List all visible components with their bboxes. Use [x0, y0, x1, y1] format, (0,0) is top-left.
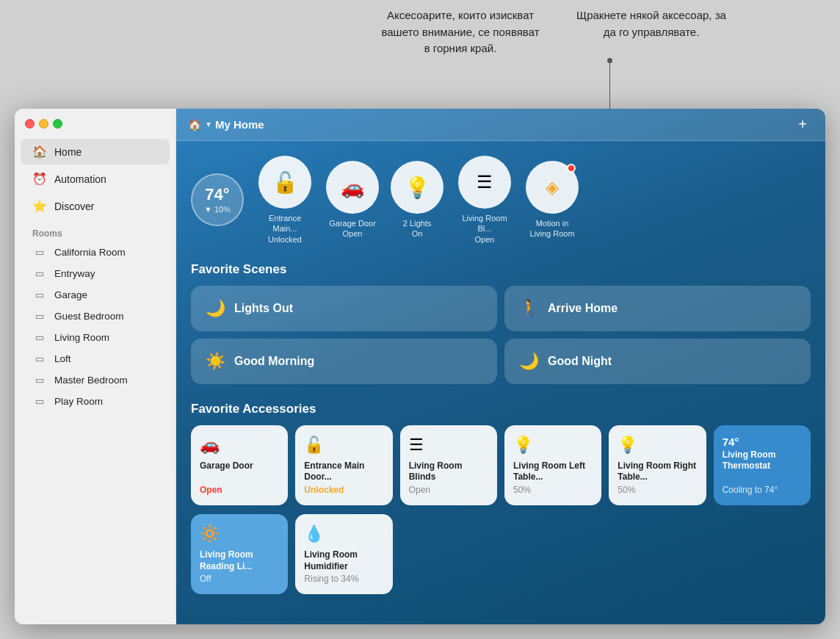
arrive-home-icon: 🚶 [519, 299, 539, 318]
left-lamp-icon: 💡 [513, 436, 593, 455]
humidifier-status: Rising to 34% [304, 574, 383, 584]
status-label-blinds: Living Room Bl...Open [455, 213, 514, 245]
room-label: Garage [54, 289, 87, 300]
sidebar-discover-label: Discover [54, 201, 94, 212]
scene-good-night-label: Good Night [548, 355, 612, 368]
accessory-right-table-lamp[interactable]: 💡 Living Room Right Table... 50% [609, 425, 706, 505]
close-button[interactable] [25, 119, 35, 129]
right-lamp-name: Living Room Right Table... [618, 461, 697, 483]
content-scroll: 74° ▼ 10% 🔓 Entrance Main...Unlocked 🚗 [176, 141, 825, 624]
scene-good-night[interactable]: 🌙 Good Night [504, 339, 811, 384]
room-icon: ▭ [32, 311, 47, 322]
sidebar-room-loft[interactable]: ▭ Loft [21, 349, 170, 369]
sidebar-item-home[interactable]: 🏠 Home [21, 139, 170, 165]
room-icon: ▭ [32, 396, 47, 407]
annotation-right: Щракнете някой аксесоар, за да го управл… [571, 7, 732, 40]
accessory-thermostat[interactable]: 74° Living Room Thermostat Cooling to 74… [714, 425, 811, 505]
status-entrance[interactable]: 🔓 Entrance Main...Unlocked [256, 156, 314, 245]
accessories-section-title: Favorite Accessories [191, 402, 811, 416]
accessory-reading-light[interactable]: 🔆 Living Room Reading Li... Off [191, 514, 288, 594]
scenes-section-title: Favorite Scenes [191, 262, 811, 277]
sidebar-room-garage[interactable]: ▭ Garage [21, 285, 170, 305]
right-lamp-status: 50% [618, 485, 697, 495]
status-circle-blinds: ☰ [458, 156, 511, 209]
content-header: 🏠 ▾ My Home + [176, 109, 825, 141]
sidebar-home-label: Home [54, 146, 82, 158]
accessory-blinds[interactable]: ☰ Living Room Blinds Open [400, 425, 497, 505]
sidebar-room-play-room[interactable]: ▭ Play Room [21, 391, 170, 411]
right-lamp-icon: 💡 [618, 436, 697, 455]
sidebar-room-guest-bedroom[interactable]: ▭ Guest Bedroom [21, 306, 170, 326]
add-button[interactable]: + [792, 116, 814, 133]
scene-arrive-home[interactable]: 🚶 Arrive Home [504, 286, 811, 331]
room-icon: ▭ [32, 289, 47, 300]
status-circle-lights: 💡 [391, 161, 443, 214]
status-blinds[interactable]: ☰ Living Room Bl...Open [455, 156, 514, 245]
garage-door-status: Open [200, 485, 279, 495]
accessory-garage-door[interactable]: 🚗 Garage Door Open [191, 425, 288, 505]
sidebar-item-discover[interactable]: ⭐ Discover [21, 193, 170, 219]
accessory-entrance[interactable]: 🔓 Entrance Main Door... Unlocked [295, 425, 392, 505]
content-header-title: 🏠 ▾ My Home [188, 118, 264, 131]
status-label-entrance: Entrance Main...Unlocked [256, 213, 314, 245]
reading-light-icon: 🔆 [200, 524, 279, 544]
room-label: Master Bedroom [54, 375, 128, 386]
annotation-left: Аксесоарите, които изискват вашето внима… [380, 7, 541, 57]
scene-good-morning-label: Good Morning [234, 355, 314, 368]
page-title: My Home [215, 118, 264, 131]
macos-window: 🏠 Home ⏰ Automation ⭐ Discover Rooms ▭ C… [15, 109, 825, 624]
room-icon: ▭ [32, 247, 47, 258]
entrance-name: Entrance Main Door... [304, 461, 383, 483]
blinds-icon: ☰ [409, 436, 488, 455]
status-motion[interactable]: ◈ Motion inLiving Room [526, 161, 579, 239]
room-label: Loft [54, 353, 71, 364]
home-icon: 🏠 [32, 145, 47, 159]
sidebar-item-automation[interactable]: ⏰ Automation [21, 166, 170, 192]
blinds-status: Open [409, 485, 488, 495]
temperature-badge[interactable]: 74° ▼ 10% [191, 173, 244, 226]
home-breadcrumb-icon: 🏠 [188, 118, 202, 131]
traffic-lights [25, 119, 62, 129]
accessory-left-table-lamp[interactable]: 💡 Living Room Left Table... 50% [504, 425, 601, 505]
sidebar-room-living-room[interactable]: ▭ Living Room [21, 328, 170, 347]
thermostat-temp-display: 74° [723, 436, 802, 448]
room-icon: ▭ [32, 375, 47, 386]
status-row: 74° ▼ 10% 🔓 Entrance Main...Unlocked 🚗 [191, 156, 811, 245]
sidebar-room-entryway[interactable]: ▭ Entryway [21, 264, 170, 284]
status-lights[interactable]: 💡 2 LightsOn [391, 161, 443, 239]
thermostat-status: Cooling to 74° [723, 485, 802, 495]
maximize-button[interactable] [53, 119, 62, 129]
scene-lights-out[interactable]: 🌙 Lights Out [191, 286, 497, 331]
rooms-section-label: Rooms [15, 220, 175, 242]
accessory-humidifier[interactable]: 💧 Living Room Humidifier Rising to 34% [295, 514, 392, 594]
blinds-name: Living Room Blinds [409, 461, 488, 483]
lights-out-icon: 🌙 [206, 299, 225, 318]
room-label: Play Room [54, 396, 103, 407]
humidifier-name: Living Room Humidifier [304, 549, 383, 572]
sidebar-room-california[interactable]: ▭ California Room [21, 242, 170, 262]
good-morning-icon: ☀️ [206, 352, 225, 371]
thermostat-name: Living Room Thermostat [723, 450, 802, 472]
status-circle-entrance: 🔓 [258, 156, 311, 209]
scene-good-morning[interactable]: ☀️ Good Morning [191, 339, 497, 384]
left-lamp-name: Living Room Left Table... [513, 461, 593, 483]
chevron-down-icon: ▾ [206, 120, 211, 129]
reading-light-name: Living Room Reading Li... [200, 549, 279, 572]
sidebar-room-master-bedroom[interactable]: ▭ Master Bedroom [21, 370, 170, 390]
sidebar-automation-label: Automation [54, 173, 106, 185]
accessories-row1: 🚗 Garage Door Open 🔓 Entrance Main Door.… [191, 425, 811, 505]
minimize-button[interactable] [39, 119, 48, 129]
entrance-icon: 🔓 [304, 436, 383, 455]
automation-icon: ⏰ [32, 172, 47, 186]
entrance-status: Unlocked [304, 485, 383, 495]
alert-dot [567, 164, 576, 173]
room-icon: ▭ [32, 332, 47, 343]
humidity-value: ▼ 10% [204, 205, 231, 214]
room-label: California Room [54, 247, 126, 258]
temperature-value: 74° [205, 187, 229, 203]
room-label: Entryway [54, 268, 95, 279]
status-garage[interactable]: 🚗 Garage DoorOpen [326, 161, 379, 239]
status-label-lights: 2 LightsOn [403, 218, 432, 239]
status-label-motion: Motion inLiving Room [529, 218, 574, 239]
status-circle-garage: 🚗 [326, 161, 379, 214]
